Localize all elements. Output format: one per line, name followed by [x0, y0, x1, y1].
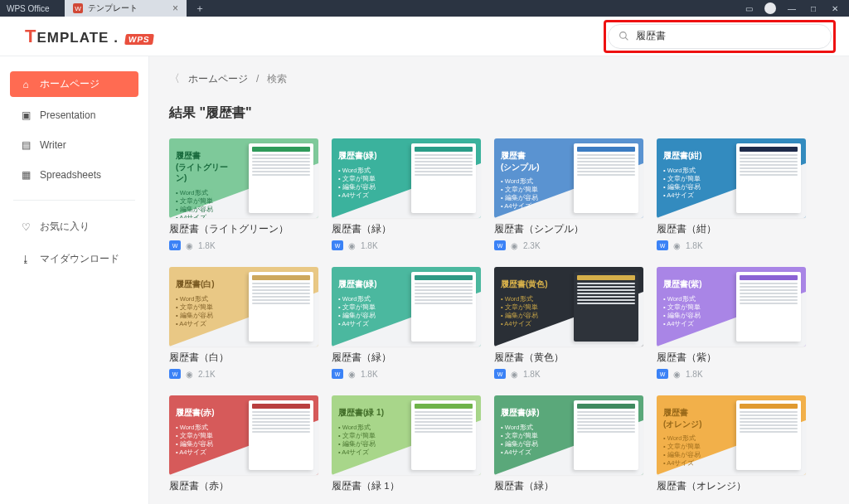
- card-title: 履歴書（紫）: [657, 351, 806, 364]
- sidebar-item-label: Writer: [40, 139, 66, 151]
- template-thumb: 履歴書(紫) Word形式文章が簡単編集が容易A4サイズ: [657, 267, 806, 346]
- sidebar-extra-0[interactable]: ♡お気に入り: [10, 214, 138, 240]
- tab-label: テンプレート: [88, 2, 138, 14]
- template-thumb: 履歴書(黄色) Word形式文章が簡単編集が容易A4サイズ: [494, 267, 643, 346]
- doc-preview: [736, 143, 801, 213]
- logo[interactable]: TEMPLATE . WPS: [25, 26, 153, 47]
- template-card[interactable]: 履歴書(オレンジ) Word形式文章が簡単編集が容易A4サイズ 履歴書（オレンジ…: [657, 395, 806, 492]
- tab-app-icon: W: [73, 3, 83, 13]
- card-title: 履歴書（緑）: [332, 223, 481, 235]
- template-card[interactable]: 履歴書(緑) Word形式文章が簡単編集が容易A4サイズ 履歴書（緑） W ◉ …: [332, 138, 481, 250]
- sidebar-icon: ♡: [20, 221, 32, 233]
- tab-close-icon[interactable]: ×: [172, 2, 178, 14]
- sidebar-item-2[interactable]: ▤Writer: [10, 133, 138, 157]
- views-count: 1.8K: [361, 241, 378, 250]
- sidebar-item-label: Presentation: [40, 109, 95, 121]
- sidebar-item-1[interactable]: ▣Presentation: [10, 104, 138, 127]
- views-icon: ◉: [348, 241, 356, 250]
- window-screenshot-icon[interactable]: ▭: [743, 4, 754, 13]
- views-icon: ◉: [186, 370, 193, 379]
- titlebar: WPS Office W テンプレート × ＋ ▭ — □ ✕: [0, 0, 849, 17]
- doc-preview: [574, 272, 638, 342]
- doc-type-badge: W: [332, 240, 343, 250]
- template-thumb: 履歴書(緑) Word形式文章が簡単編集が容易A4サイズ: [494, 395, 643, 475]
- card-title: 履歴書（黄色）: [494, 351, 643, 364]
- app-label: WPS Office: [0, 0, 65, 17]
- search-input[interactable]: [636, 31, 821, 42]
- views-icon: ◉: [511, 241, 518, 250]
- thumb-label: 履歴書(シンプル) Word形式文章が簡単編集が容易A4サイズ: [501, 150, 564, 211]
- breadcrumb-home[interactable]: ホームページ: [188, 72, 248, 86]
- template-card[interactable]: 履歴書(緑) Word形式文章が簡単編集が容易A4サイズ 履歴書（緑）: [494, 395, 643, 492]
- template-thumb: 履歴書(緑) Word形式文章が簡単編集が容易A4サイズ: [332, 267, 481, 346]
- card-title: 履歴書（シンプル）: [494, 223, 643, 235]
- card-title: 履歴書（赤）: [169, 480, 318, 492]
- window-controls: ▭ — □ ✕: [743, 0, 849, 17]
- views-count: 1.8K: [361, 370, 378, 379]
- template-card[interactable]: 履歴書(緑) Word形式文章が簡単編集が容易A4サイズ 履歴書（緑） W ◉ …: [332, 267, 481, 379]
- thumb-label: 履歴書(オレンジ) Word形式文章が簡単編集が容易A4サイズ: [663, 407, 726, 468]
- thumb-label: 履歴書(紫) Word形式文章が簡単編集が容易A4サイズ: [663, 279, 726, 328]
- thumb-label: 履歴書(黄色) Word形式文章が簡単編集が容易A4サイズ: [501, 279, 564, 328]
- doc-preview: [249, 143, 313, 213]
- search-icon: [619, 31, 629, 41]
- template-card[interactable]: 履歴書(黄色) Word形式文章が簡単編集が容易A4サイズ 履歴書（黄色） W …: [494, 267, 643, 379]
- window-close-icon[interactable]: ✕: [829, 4, 841, 13]
- template-card[interactable]: 履歴書(赤) Word形式文章が簡単編集が容易A4サイズ 履歴書（赤）: [169, 395, 318, 492]
- card-meta: W ◉ 2.3K: [494, 240, 643, 250]
- card-meta: W ◉ 1.8K: [332, 369, 481, 379]
- template-thumb: 履歴書(オレンジ) Word形式文章が簡単編集が容易A4サイズ: [657, 395, 806, 475]
- doc-preview: [411, 400, 476, 470]
- sidebar-divider: [13, 200, 135, 201]
- card-meta: W ◉ 1.8K: [332, 240, 481, 250]
- template-card[interactable]: 履歴書(白) Word形式文章が簡単編集が容易A4サイズ 履歴書（白） W ◉ …: [169, 267, 318, 379]
- template-card[interactable]: 履歴書(紫) Word形式文章が簡単編集が容易A4サイズ 履歴書（紫） W ◉ …: [657, 267, 806, 379]
- breadcrumb: 〈 ホームページ / 検索: [169, 71, 829, 86]
- card-meta: W ◉ 1.8K: [169, 240, 318, 250]
- tab-templates[interactable]: W テンプレート ×: [65, 0, 187, 17]
- breadcrumb-back-icon[interactable]: 〈: [169, 71, 180, 86]
- doc-preview: [736, 272, 801, 342]
- doc-preview: [574, 400, 638, 470]
- sidebar-icon: ▤: [20, 139, 32, 151]
- doc-preview: [736, 400, 801, 470]
- window-maximize-icon[interactable]: □: [808, 4, 819, 13]
- template-thumb: 履歴書(緑) Word形式文章が簡単編集が容易A4サイズ: [332, 138, 481, 218]
- main-content: 〈 ホームページ / 検索 結果 "履歴書" 履歴書(ライトグリーン) Word…: [149, 56, 849, 504]
- views-count: 2.3K: [523, 241, 541, 250]
- breadcrumb-current: 検索: [267, 72, 287, 86]
- doc-preview: [411, 272, 476, 342]
- search-box[interactable]: [608, 24, 832, 49]
- template-card[interactable]: 履歴書(シンプル) Word形式文章が簡単編集が容易A4サイズ 履歴書（シンプル…: [494, 138, 643, 250]
- header: TEMPLATE . WPS: [0, 17, 849, 56]
- window-minimize-icon[interactable]: —: [786, 4, 798, 13]
- thumb-label: 履歴書(赤) Word形式文章が簡単編集が容易A4サイズ: [176, 407, 239, 457]
- logo-rest: EMPLATE: [36, 30, 109, 46]
- card-meta: W ◉ 2.1K: [169, 369, 318, 379]
- sidebar-item-label: Spreadsheets: [40, 169, 101, 181]
- sidebar-icon: ⌂: [20, 79, 32, 90]
- template-card[interactable]: 履歴書(ライトグリーン) Word形式文章が簡単編集が容易A4サイズ 履歴書（ラ…: [169, 138, 318, 250]
- views-count: 1.8K: [198, 241, 216, 250]
- views-icon: ◉: [511, 370, 518, 379]
- doc-preview: [574, 143, 638, 213]
- sidebar-item-label: ホームページ: [40, 77, 99, 91]
- doc-type-badge: W: [494, 240, 506, 250]
- doc-type-badge: W: [657, 369, 668, 379]
- template-card[interactable]: 履歴書(紺) Word形式文章が簡単編集が容易A4サイズ 履歴書（紺） W ◉ …: [657, 138, 806, 250]
- views-count: 1.8K: [686, 370, 703, 379]
- views-count: 1.8K: [686, 241, 703, 250]
- thumb-label: 履歴書(緑) Word形式文章が簡単編集が容易A4サイズ: [338, 150, 401, 200]
- new-tab-button[interactable]: ＋: [187, 0, 213, 17]
- sidebar-item-3[interactable]: ▦Spreadsheets: [10, 163, 138, 187]
- doc-type-badge: W: [169, 369, 181, 379]
- template-grid: 履歴書(ライトグリーン) Word形式文章が簡単編集が容易A4サイズ 履歴書（ラ…: [169, 138, 829, 492]
- template-card[interactable]: 履歴書(緑 1) Word形式文章が簡単編集が容易A4サイズ 履歴書（緑 1）: [332, 395, 481, 492]
- avatar[interactable]: [764, 2, 776, 14]
- sidebar-extra-1[interactable]: ⭳マイダウンロード: [10, 246, 138, 272]
- thumb-label: 履歴書(緑 1) Word形式文章が簡単編集が容易A4サイズ: [338, 407, 401, 457]
- thumb-label: 履歴書(緑) Word形式文章が簡単編集が容易A4サイズ: [338, 279, 401, 328]
- template-thumb: 履歴書(紺) Word形式文章が簡単編集が容易A4サイズ: [657, 138, 806, 218]
- sidebar-item-0[interactable]: ⌂ホームページ: [10, 71, 138, 97]
- sidebar-icon: ▣: [20, 109, 32, 121]
